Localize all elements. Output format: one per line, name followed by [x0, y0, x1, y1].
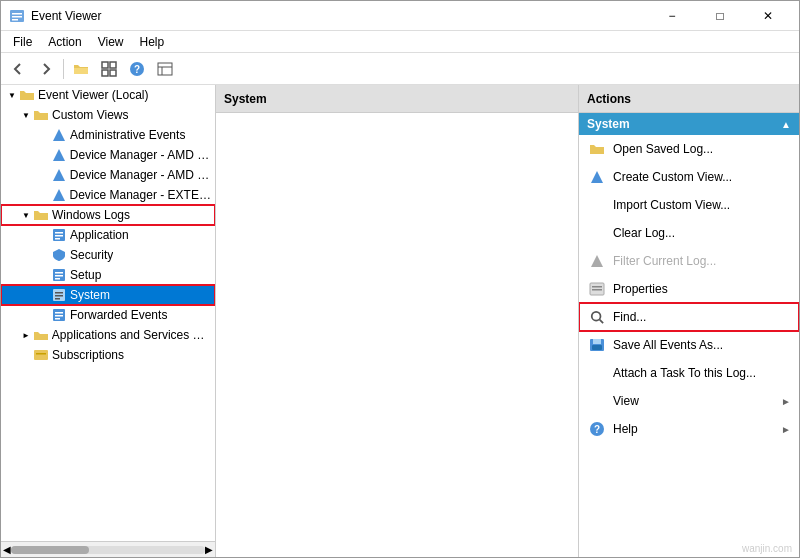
create-custom-view-icon — [587, 167, 607, 187]
toolbar-help-button[interactable]: ? — [124, 56, 150, 82]
tree-security[interactable]: Security — [1, 245, 215, 265]
tree-custom-views-label: Custom Views — [52, 108, 128, 122]
svg-text:?: ? — [134, 64, 140, 75]
toolbar-sep-1 — [63, 59, 64, 79]
svg-rect-5 — [102, 62, 108, 68]
action-clear-log[interactable]: Clear Log... — [579, 219, 799, 247]
import-custom-view-icon — [587, 195, 607, 215]
toolbar-forward-button[interactable] — [33, 56, 59, 82]
tree-device-amd1[interactable]: Device Manager - AMD Ra — [1, 145, 215, 165]
action-open-saved-log-label: Open Saved Log... — [613, 142, 713, 156]
tree-application[interactable]: Application — [1, 225, 215, 245]
actions-panel: Actions System ▲ Open Saved Log... — [579, 85, 799, 557]
scroll-left-btn[interactable]: ◀ — [3, 544, 11, 555]
menu-view[interactable]: View — [90, 33, 132, 51]
attach-task-icon — [587, 363, 607, 383]
toolbar: ? — [1, 53, 799, 85]
toolbar-back-button[interactable] — [5, 56, 31, 82]
svg-text:?: ? — [594, 424, 600, 435]
svg-rect-32 — [55, 315, 63, 317]
action-find-label: Find... — [613, 310, 646, 324]
action-find[interactable]: Find... — [579, 303, 799, 331]
svg-rect-40 — [592, 289, 602, 291]
svg-marker-37 — [591, 255, 603, 267]
svg-rect-20 — [55, 235, 63, 237]
forwarded-log-icon — [51, 307, 67, 323]
svg-marker-17 — [53, 189, 65, 201]
toolbar-table-button[interactable] — [152, 56, 178, 82]
root-expand-icon[interactable]: ▼ — [5, 88, 19, 102]
properties-icon — [587, 279, 607, 299]
help-arrow-icon: ► — [781, 424, 791, 435]
window-title: Event Viewer — [31, 9, 649, 23]
tree-app-services[interactable]: ► Applications and Services Log — [1, 325, 215, 345]
tree-system[interactable]: System — [1, 285, 215, 305]
toolbar-folder-button[interactable] — [68, 56, 94, 82]
close-button[interactable]: ✕ — [745, 1, 791, 31]
admin-events-icon — [51, 127, 67, 143]
tree-forwarded[interactable]: Forwarded Events — [1, 305, 215, 325]
tree-setup-label: Setup — [70, 268, 101, 282]
svg-rect-8 — [110, 70, 116, 76]
tree-device-extern[interactable]: Device Manager - EXTERN — [1, 185, 215, 205]
menu-help[interactable]: Help — [132, 33, 173, 51]
root-folder-icon — [19, 87, 35, 103]
action-attach-task[interactable]: Attach a Task To this Log... — [579, 359, 799, 387]
action-clear-log-label: Clear Log... — [613, 226, 675, 240]
windows-logs-expand-icon[interactable]: ▼ — [19, 208, 33, 222]
svg-rect-35 — [36, 353, 46, 355]
tree-admin-events[interactable]: Administrative Events — [1, 125, 215, 145]
custom-views-expand-icon[interactable]: ▼ — [19, 108, 33, 122]
svg-line-42 — [600, 320, 604, 324]
device-extern-icon — [51, 187, 67, 203]
middle-panel-content — [216, 113, 578, 557]
tree-setup[interactable]: Setup — [1, 265, 215, 285]
action-help[interactable]: ? Help ► — [579, 415, 799, 443]
menu-file[interactable]: File — [5, 33, 40, 51]
action-import-custom-view[interactable]: Import Custom View... — [579, 191, 799, 219]
app-services-expand-icon[interactable]: ► — [19, 328, 33, 342]
action-attach-task-label: Attach a Task To this Log... — [613, 366, 756, 380]
scroll-right-btn[interactable]: ▶ — [205, 544, 213, 555]
tree-custom-views[interactable]: ▼ Custom Views — [1, 105, 215, 125]
svg-rect-24 — [55, 275, 63, 277]
tree-security-label: Security — [70, 248, 113, 262]
tree-application-label: Application — [70, 228, 129, 242]
security-log-icon — [51, 247, 67, 263]
action-open-saved-log[interactable]: Open Saved Log... — [579, 135, 799, 163]
tree-windows-logs[interactable]: ▼ Windows Logs — [1, 205, 215, 225]
view-arrow-icon: ► — [781, 396, 791, 407]
device-amd1-icon — [51, 147, 67, 163]
menu-bar: File Action View Help — [1, 31, 799, 53]
scroll-thumb[interactable] — [11, 546, 89, 554]
middle-panel-title: System — [224, 92, 267, 106]
svg-rect-31 — [55, 312, 63, 314]
view-icon — [587, 391, 607, 411]
minimize-button[interactable]: − — [649, 1, 695, 31]
find-icon — [587, 307, 607, 327]
maximize-button[interactable]: □ — [697, 1, 743, 31]
svg-rect-23 — [55, 272, 63, 274]
system-log-icon — [51, 287, 67, 303]
window-controls: − □ ✕ — [649, 1, 791, 31]
action-filter-current-log-label: Filter Current Log... — [613, 254, 716, 268]
action-view[interactable]: View ► — [579, 387, 799, 415]
tree-forwarded-label: Forwarded Events — [70, 308, 167, 322]
toolbar-grid-button[interactable] — [96, 56, 122, 82]
tree-subscriptions[interactable]: Subscriptions — [1, 345, 215, 365]
tree-system-label: System — [70, 288, 110, 302]
action-create-custom-view[interactable]: Create Custom View... — [579, 163, 799, 191]
scroll-track — [11, 546, 205, 554]
menu-action[interactable]: Action — [40, 33, 89, 51]
main-content: ▼ Event Viewer (Local) ▼ Custom Views — [1, 85, 799, 557]
action-filter-current-log: Filter Current Log... — [579, 247, 799, 275]
tree-device-amd2[interactable]: Device Manager - AMD Ra — [1, 165, 215, 185]
tree-root[interactable]: ▼ Event Viewer (Local) — [1, 85, 215, 105]
actions-section-label: System — [587, 117, 630, 131]
svg-rect-33 — [55, 318, 60, 320]
action-save-all-events[interactable]: Save All Events As... — [579, 331, 799, 359]
svg-rect-19 — [55, 232, 63, 234]
action-properties[interactable]: Properties — [579, 275, 799, 303]
tree-scrollbar[interactable]: ◀ ▶ — [1, 541, 215, 557]
svg-rect-3 — [12, 19, 18, 21]
